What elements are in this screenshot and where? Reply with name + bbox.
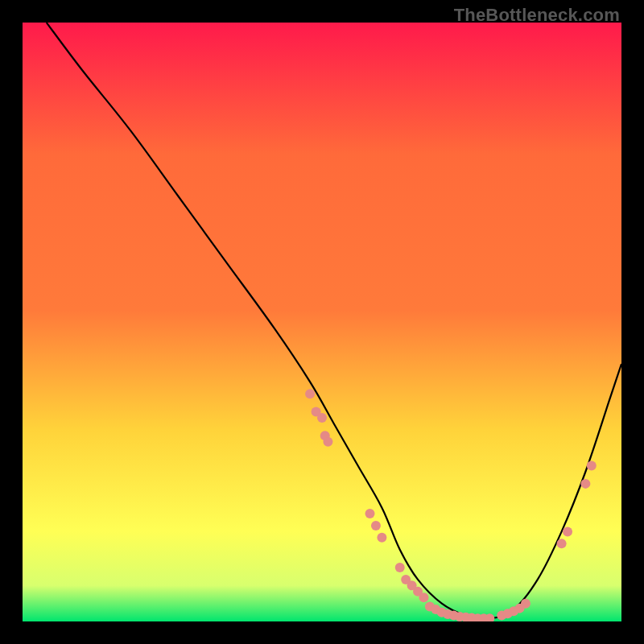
chart-svg [23,23,621,621]
watermark-text: TheBottleneck.com [454,5,620,26]
curve-marker [563,526,572,536]
curve-marker [317,413,327,423]
curve-marker [587,461,597,471]
curve-marker [580,479,590,489]
curve-marker [557,539,567,548]
curve-marker [419,592,428,602]
curve-marker [521,599,530,609]
curve-marker [395,563,405,572]
curve-marker [305,389,315,398]
curve-marker [323,437,332,447]
gradient-background [23,23,621,621]
curve-marker [365,509,375,518]
curve-marker [377,533,386,543]
chart-frame [23,23,621,621]
curve-marker [371,521,381,530]
